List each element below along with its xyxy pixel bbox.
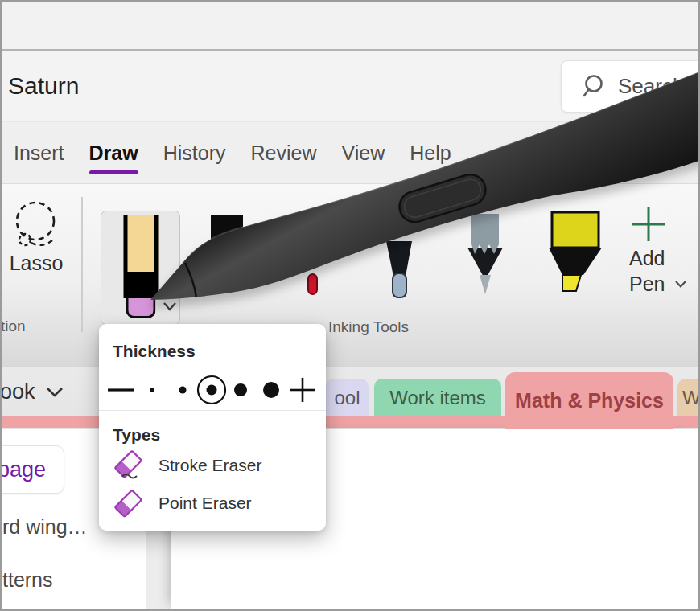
page-list: rd wing…tterns — [2, 515, 88, 611]
eraser-tool-button[interactable] — [101, 211, 180, 325]
selection-group-label: tion — [1, 318, 26, 335]
notebook-title: Saturn — [8, 72, 79, 100]
add-pen-chevron-icon — [674, 280, 687, 289]
pencil-icon[interactable] — [464, 214, 506, 297]
highlighter-icon[interactable] — [547, 211, 603, 293]
titlebar — [0, 0, 700, 51]
ribbon-tab-strip: InsertDrawHistoryReviewViewHelp — [0, 122, 700, 184]
lasso-icon — [8, 200, 63, 252]
section-tab-2[interactable]: Math & Physics — [505, 372, 673, 429]
add-pen-label-line2[interactable]: Pen — [629, 273, 687, 296]
panel-divider — [99, 410, 326, 411]
eraser-dropdown-chevron-icon[interactable] — [163, 300, 177, 314]
ribbon-tab-history[interactable]: History — [163, 141, 226, 165]
thickness-option-increase-6[interactable] — [290, 378, 315, 402]
section-tab-1[interactable]: Work items — [374, 379, 501, 416]
black-pen-icon[interactable] — [208, 213, 245, 277]
ribbon-tab-insert[interactable]: Insert — [14, 141, 64, 165]
notebook-name: ook — [0, 379, 35, 404]
add-pen-plus-icon[interactable] — [629, 205, 668, 244]
ribbon-tab-review[interactable]: Review — [250, 141, 316, 165]
search-placeholder: Search — [618, 74, 684, 99]
stroke-eraser-option[interactable]: Stroke Eraser — [99, 447, 326, 484]
thickness-heading: Thickness — [113, 342, 196, 361]
stroke-eraser-icon — [110, 448, 146, 483]
ribbon-tab-view[interactable]: View — [341, 141, 385, 165]
thickness-option-dot-3[interactable] — [198, 376, 225, 404]
lasso-select-button[interactable] — [8, 200, 63, 252]
point-eraser-icon — [110, 486, 146, 521]
eraser-icon — [123, 215, 158, 318]
appbar: Saturn Search — [0, 51, 700, 122]
point-eraser-option[interactable]: Point Eraser — [99, 485, 326, 522]
ribbon-tab-draw[interactable]: Draw — [89, 141, 138, 165]
thickness-option-dot-4[interactable] — [234, 383, 247, 396]
add-page-label: page — [0, 457, 46, 482]
thickness-row — [99, 369, 326, 409]
section-tab-3[interactable]: W — [677, 379, 700, 416]
onenote-window: Saturn Search InsertDrawHistoryReviewVie… — [0, 0, 700, 611]
red-pen-icon[interactable] — [305, 273, 319, 297]
add-page-button[interactable]: page — [0, 445, 64, 494]
toolbar-group-divider — [81, 197, 83, 332]
search-box[interactable]: Search — [561, 60, 700, 113]
search-icon — [583, 74, 608, 100]
eraser-options-dropdown: Thickness Types Stroke Eraser — [99, 324, 326, 531]
section-tab-0[interactable]: ool — [326, 379, 369, 416]
ribbon-tab-help[interactable]: Help — [410, 141, 451, 165]
thickness-option-dot-2[interactable] — [179, 387, 187, 394]
thickness-option-dot-5[interactable] — [263, 382, 279, 398]
notebook-dropdown[interactable]: ook — [0, 379, 64, 404]
point-eraser-label: Point Eraser — [159, 494, 252, 513]
blue-pen-icon[interactable] — [385, 240, 414, 299]
notebook-chevron-icon — [46, 387, 64, 398]
page-list-item[interactable]: tterns — [2, 568, 88, 592]
add-pen-label-line1[interactable]: Add — [629, 247, 665, 270]
types-heading: Types — [113, 425, 160, 445]
thickness-option-dot-1[interactable] — [150, 388, 154, 392]
stroke-eraser-label: Stroke Eraser — [159, 456, 261, 475]
inking-tools-group-label: Inking Tools — [328, 318, 409, 336]
page-list-item[interactable]: rd wing… — [2, 515, 88, 539]
lasso-label: Lasso — [8, 252, 64, 275]
